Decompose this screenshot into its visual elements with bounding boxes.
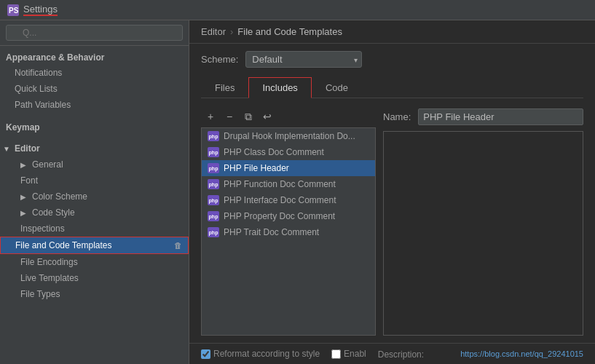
sidebar-item-label: File Encodings	[20, 257, 78, 267]
name-label: Name:	[383, 111, 411, 122]
svg-text:PS: PS	[9, 7, 19, 15]
template-item-label: PHP Trait Doc Comment	[224, 227, 319, 237]
php-file-icon: php	[208, 211, 219, 221]
template-editor-area[interactable]	[383, 131, 583, 336]
sidebar-item-label: Path Variables	[15, 100, 71, 110]
sidebar-item-label: Quick Lists	[15, 84, 58, 94]
sidebar-item-file-code-templates[interactable]: File and Code Templates 🗑	[0, 237, 189, 254]
sidebar-section-keymap: Keymap	[0, 116, 189, 138]
sidebar-section-appearance: Appearance & Behavior Notifications Quic…	[0, 46, 189, 116]
sidebar-section-editor: ▼ Editor ▶ General Font ▶ Color Scheme ▶…	[0, 138, 189, 305]
sidebar-item-notifications[interactable]: Notifications	[0, 65, 189, 81]
sidebar-item-label: Code Style	[32, 207, 75, 218]
list-item[interactable]: php PHP Interface Doc Comment	[202, 192, 375, 208]
php-file-icon: php	[208, 179, 219, 189]
copy-template-button[interactable]: ⧉	[240, 108, 256, 124]
breadcrumb-current: File and Code Templates	[237, 26, 342, 37]
revert-template-button[interactable]: ↩	[259, 108, 275, 124]
template-list: php Drupal Hook Implementation Do... php…	[201, 127, 376, 336]
list-item-selected[interactable]: php PHP File Header	[202, 160, 375, 176]
search-bar: 🔍	[0, 20, 189, 46]
breadcrumb-parent: Editor	[201, 26, 226, 37]
template-item-label: PHP Function Doc Comment	[224, 179, 336, 189]
enable-checkbox-row: Enabl	[331, 349, 366, 359]
sidebar-item-editor[interactable]: ▼ Editor	[0, 141, 189, 157]
title-bar: PS Settings	[0, 0, 595, 20]
list-item[interactable]: php Drupal Hook Implementation Do...	[202, 128, 375, 144]
scheme-row: Scheme: Default Project ▾	[201, 51, 583, 68]
tab-code[interactable]: Code	[312, 77, 362, 98]
sidebar-item-label: Editor	[15, 143, 40, 154]
php-file-icon: php	[208, 195, 219, 205]
sidebar-item-file-types[interactable]: File Types	[0, 286, 189, 302]
code-style-arrow: ▶	[20, 209, 29, 217]
template-item-label: PHP File Header	[224, 163, 289, 173]
php-file-icon: php	[208, 163, 219, 173]
sidebar: 🔍 Appearance & Behavior Notifications Qu…	[0, 20, 189, 364]
sidebar-item-label: Live Templates	[20, 273, 79, 283]
list-item[interactable]: php PHP Property Doc Comment	[202, 208, 375, 224]
sidebar-item-file-encodings[interactable]: File Encodings 🗑	[0, 254, 189, 270]
name-panel: Name:	[383, 106, 583, 336]
php-file-icon: php	[208, 131, 219, 141]
template-item-label: PHP Interface Doc Comment	[224, 195, 336, 205]
template-item-label: PHP Property Doc Comment	[224, 211, 335, 221]
breadcrumb-separator: ›	[230, 26, 233, 37]
reformat-checkbox[interactable]	[201, 349, 210, 359]
sidebar-group-appearance: Appearance & Behavior	[0, 49, 189, 65]
editor-expand-arrow: ▼	[3, 145, 12, 153]
app-icon: PS	[7, 4, 19, 16]
scheme-dropdown-wrapper: Default Project ▾	[245, 51, 362, 68]
sidebar-item-label: Font	[20, 175, 38, 186]
sidebar-item-live-templates[interactable]: Live Templates	[0, 270, 189, 286]
color-scheme-arrow: ▶	[20, 193, 29, 201]
list-item[interactable]: php PHP Function Doc Comment	[202, 176, 375, 192]
list-item[interactable]: php PHP Trait Doc Comment	[202, 224, 375, 240]
sidebar-item-path-variables[interactable]: Path Variables	[0, 97, 189, 113]
name-input[interactable]	[418, 108, 583, 125]
bottom-bar: Reformat according to style Enabl Descri…	[189, 343, 595, 364]
tab-includes[interactable]: Includes	[248, 77, 311, 98]
sidebar-item-font[interactable]: Font	[0, 173, 189, 189]
sidebar-item-label: Notifications	[15, 68, 62, 78]
scheme-label: Scheme:	[201, 54, 238, 65]
tab-files[interactable]: Files	[201, 77, 248, 98]
template-item-label: Drupal Hook Implementation Do...	[224, 131, 355, 141]
sidebar-item-label: Color Scheme	[32, 191, 87, 202]
sidebar-item-inspections[interactable]: Inspections	[0, 221, 189, 237]
sidebar-group-keymap[interactable]: Keymap	[0, 119, 189, 135]
sidebar-item-label: File and Code Templates	[15, 240, 112, 250]
enable-label: Enabl	[344, 349, 366, 359]
list-name-area: + − ⧉ ↩ php Drupal Hook Implementation D…	[201, 106, 583, 336]
sidebar-item-quick-lists[interactable]: Quick Lists	[0, 81, 189, 97]
template-list-panel: + − ⧉ ↩ php Drupal Hook Implementation D…	[201, 106, 376, 336]
sidebar-item-label: General	[32, 159, 63, 170]
search-input[interactable]	[6, 25, 183, 41]
url-label: https://blog.csdn.net/qq_29241015	[460, 349, 583, 358]
sidebar-item-code-style[interactable]: ▶ Code Style 🗑	[0, 205, 189, 221]
sidebar-item-label: Inspections	[20, 223, 65, 234]
list-toolbar: + − ⧉ ↩	[201, 106, 376, 127]
right-panel: Editor › File and Code Templates Scheme:…	[189, 20, 595, 364]
sidebar-item-general[interactable]: ▶ General	[0, 157, 189, 173]
remove-template-button[interactable]: −	[221, 108, 237, 124]
add-template-button[interactable]: +	[202, 108, 218, 124]
php-file-icon: php	[208, 147, 219, 157]
sidebar-item-label: File Types	[20, 289, 60, 299]
scheme-dropdown[interactable]: Default Project	[245, 51, 362, 68]
sidebar-item-color-scheme[interactable]: ▶ Color Scheme	[0, 189, 189, 205]
enable-checkbox[interactable]	[331, 349, 341, 359]
general-arrow: ▶	[20, 161, 29, 169]
panel-content: Scheme: Default Project ▾ Files Includes…	[189, 44, 595, 343]
template-item-label: PHP Class Doc Comment	[224, 147, 324, 157]
list-item[interactable]: php PHP Class Doc Comment	[202, 144, 375, 160]
main-container: 🔍 Appearance & Behavior Notifications Qu…	[0, 20, 595, 364]
tabs-row: Files Includes Code	[201, 76, 583, 98]
description-label: Description:	[378, 348, 424, 360]
app-title: Settings	[23, 4, 58, 16]
reformat-checkbox-row: Reformat according to style	[201, 349, 320, 359]
breadcrumb: Editor › File and Code Templates	[189, 20, 595, 44]
name-row: Name:	[383, 106, 583, 128]
file-templates-action-icon: 🗑	[174, 241, 182, 250]
reformat-label: Reformat according to style	[213, 349, 320, 359]
